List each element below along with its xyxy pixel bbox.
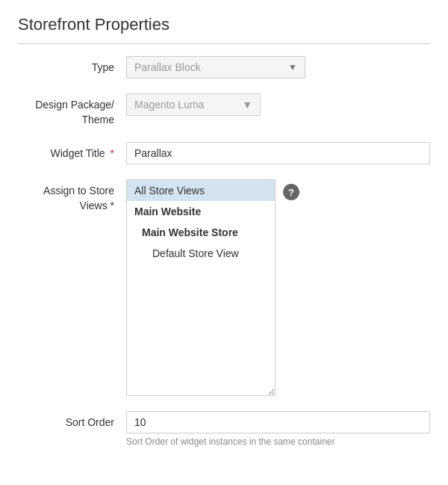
- type-control-wrapper: Parallax Block ▼: [126, 56, 430, 78]
- sort-order-row: Sort Order Sort Order of widget instance…: [18, 411, 430, 447]
- type-row: Type Parallax Block ▼: [18, 56, 430, 78]
- page-container: Storefront Properties Type Parallax Bloc…: [0, 0, 448, 477]
- sort-order-control-wrapper: Sort Order of widget instances in the sa…: [126, 411, 430, 447]
- type-select-arrow-icon: ▼: [288, 62, 297, 72]
- store-view-main-website[interactable]: Main Website: [127, 201, 275, 222]
- type-label: Type: [18, 56, 126, 75]
- widget-title-required: *: [111, 147, 114, 159]
- page-title: Storefront Properties: [18, 15, 430, 44]
- type-select-value: Parallax Block: [134, 61, 201, 73]
- store-views-row: Assign to Store Views * All Store Views …: [18, 179, 430, 396]
- sort-order-label: Sort Order: [18, 411, 126, 430]
- store-views-help-icon[interactable]: ?: [283, 184, 299, 200]
- design-package-select-value: Magento Luma: [134, 99, 204, 111]
- store-views-required: *: [111, 200, 114, 211]
- store-views-listbox[interactable]: All Store Views Main Website Main Websit…: [126, 179, 276, 396]
- type-select[interactable]: Parallax Block ▼: [126, 56, 305, 78]
- store-view-default[interactable]: Default Store View: [127, 243, 275, 264]
- sort-order-hint: Sort Order of widget instances in the sa…: [126, 436, 430, 447]
- design-package-label: Design Package/ Theme: [18, 93, 126, 127]
- store-views-label: Assign to Store Views *: [18, 179, 126, 213]
- widget-title-control-wrapper: [126, 142, 430, 164]
- design-package-row: Design Package/ Theme Magento Luma ▼: [18, 93, 430, 127]
- sort-order-input[interactable]: [126, 411, 430, 433]
- design-package-arrow-icon: ▼: [242, 99, 252, 111]
- widget-title-label: Widget Title *: [18, 142, 126, 161]
- design-package-control-wrapper: Magento Luma ▼: [126, 93, 430, 116]
- store-views-controls: All Store Views Main Website Main Websit…: [126, 179, 299, 396]
- form-section: Type Parallax Block ▼ Design Package/ Th…: [18, 56, 430, 447]
- widget-title-input[interactable]: [126, 142, 430, 164]
- design-package-select[interactable]: Magento Luma ▼: [126, 93, 261, 116]
- widget-title-row: Widget Title *: [18, 142, 430, 164]
- store-view-main-website-store[interactable]: Main Website Store: [127, 222, 275, 243]
- store-view-all[interactable]: All Store Views: [127, 180, 275, 201]
